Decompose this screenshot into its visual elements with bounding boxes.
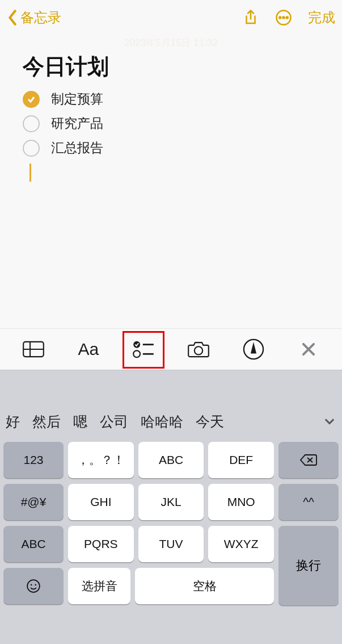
letter-key[interactable]: GHI bbox=[68, 484, 134, 520]
share-icon[interactable] bbox=[242, 9, 259, 26]
checkbox-empty-icon[interactable] bbox=[23, 115, 40, 132]
checklist-text[interactable]: 汇总报告 bbox=[51, 139, 103, 157]
close-toolbar-button[interactable] bbox=[286, 332, 331, 366]
more-icon[interactable] bbox=[275, 9, 292, 26]
letter-key[interactable]: DEF bbox=[208, 442, 274, 478]
suggestion[interactable]: 今天 bbox=[196, 412, 224, 431]
svg-point-3 bbox=[286, 17, 288, 19]
letter-key[interactable]: WXYZ bbox=[208, 526, 274, 562]
close-icon bbox=[301, 342, 316, 357]
punct-key[interactable]: ，。？！ bbox=[68, 442, 134, 478]
chevron-down-icon[interactable] bbox=[320, 413, 336, 429]
letter-key[interactable]: ABC bbox=[138, 442, 204, 478]
nav-bar: 备忘录 完成 bbox=[0, 0, 342, 35]
emoji-icon bbox=[26, 579, 41, 593]
camera-icon bbox=[188, 338, 209, 360]
text-format-button[interactable]: Aa bbox=[66, 332, 111, 366]
suggestion-bar: 好 然后 嗯 公司 哈哈哈 今天 bbox=[0, 405, 342, 437]
keyboard: 好 然后 嗯 公司 哈哈哈 今天 123 ，。？！ ABC DEF #@¥ GH… bbox=[0, 405, 342, 644]
abc-key[interactable]: ABC bbox=[3, 526, 64, 562]
checklist-item[interactable]: 汇总报告 bbox=[0, 136, 342, 160]
suggestion[interactable]: 好 bbox=[6, 412, 20, 431]
checklist-text[interactable]: 研究产品 bbox=[51, 115, 103, 132]
note-date: 2023年5月15日 11:32 bbox=[0, 36, 342, 48]
table-button[interactable] bbox=[11, 332, 56, 366]
pinyin-key[interactable]: 选拼音 bbox=[68, 568, 130, 604]
back-label: 备忘录 bbox=[20, 9, 61, 27]
keyboard-gap bbox=[0, 370, 342, 405]
letter-key[interactable]: JKL bbox=[138, 484, 204, 520]
suggestion[interactable]: 公司 bbox=[100, 412, 128, 431]
space-key[interactable]: 空格 bbox=[135, 568, 274, 604]
svg-point-9 bbox=[133, 350, 140, 357]
suggestion[interactable]: 哈哈哈 bbox=[141, 412, 183, 431]
checklist-text[interactable]: 制定预算 bbox=[51, 90, 103, 108]
svg-point-17 bbox=[27, 580, 40, 592]
letter-key[interactable]: TUV bbox=[138, 526, 204, 562]
svg-point-1 bbox=[279, 17, 281, 19]
suggestion[interactable]: 嗯 bbox=[73, 412, 87, 431]
text-format-label: Aa bbox=[78, 340, 99, 359]
table-icon bbox=[23, 338, 44, 360]
markup-button[interactable] bbox=[231, 332, 276, 366]
key-grid: 123 ，。？！ ABC DEF #@¥ GHI JKL MNO ^^ ABC bbox=[0, 437, 342, 644]
checklist-icon bbox=[133, 338, 154, 360]
checkbox-checked-icon[interactable] bbox=[23, 91, 40, 108]
done-button[interactable]: 完成 bbox=[308, 9, 335, 27]
svg-point-18 bbox=[31, 584, 32, 586]
note-title[interactable]: 今日计划 bbox=[0, 48, 342, 87]
format-toolbar: Aa bbox=[0, 328, 342, 370]
backspace-key[interactable] bbox=[278, 442, 339, 478]
letter-key[interactable]: MNO bbox=[208, 484, 274, 520]
backspace-icon bbox=[300, 453, 317, 467]
back-button[interactable]: 备忘录 bbox=[7, 9, 61, 27]
letter-key[interactable]: PQRS bbox=[68, 526, 134, 562]
svg-point-7 bbox=[133, 341, 140, 348]
face-key[interactable]: ^^ bbox=[278, 484, 339, 520]
sym-key[interactable]: #@¥ bbox=[3, 484, 64, 520]
text-cursor bbox=[29, 164, 31, 182]
note-content[interactable]: 2023年5月15日 11:32 今日计划 制定预算 研究产品 汇总报告 bbox=[0, 35, 342, 328]
checklist-button[interactable] bbox=[121, 332, 166, 366]
suggestion[interactable]: 然后 bbox=[32, 412, 61, 431]
enter-key[interactable]: 换行 bbox=[278, 526, 339, 605]
markup-icon bbox=[243, 338, 264, 360]
camera-button[interactable] bbox=[176, 332, 221, 366]
nav-actions: 完成 bbox=[242, 9, 335, 27]
svg-point-2 bbox=[283, 17, 285, 19]
chevron-left-icon bbox=[7, 10, 18, 26]
num-key[interactable]: 123 bbox=[3, 442, 64, 478]
checklist-item[interactable]: 制定预算 bbox=[0, 87, 342, 111]
checklist-item[interactable]: 研究产品 bbox=[0, 111, 342, 136]
svg-point-19 bbox=[35, 584, 36, 586]
emoji-key[interactable] bbox=[3, 568, 64, 604]
svg-point-11 bbox=[195, 346, 202, 354]
checkbox-empty-icon[interactable] bbox=[23, 140, 40, 157]
